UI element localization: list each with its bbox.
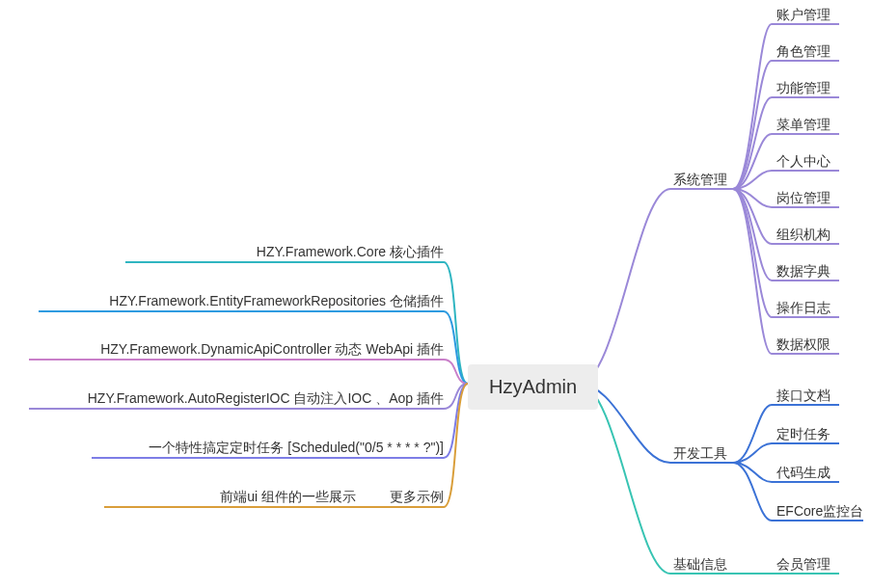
leaf-0-9: 数据权限 — [776, 336, 830, 354]
left-item-last: 前端ui 组件的一些展示 更多示例 — [220, 489, 444, 506]
center-node: HzyAdmin — [468, 364, 598, 410]
branch-label-0: 系统管理 — [673, 172, 727, 189]
left-item-3: HZY.Framework.AutoRegisterIOC 自动注入IOC 、A… — [88, 390, 444, 408]
leaf-2-0: 会员管理 — [776, 556, 830, 574]
left-item-1: HZY.Framework.EntityFrameworkRepositorie… — [109, 293, 444, 310]
leaf-0-1: 角色管理 — [776, 43, 830, 61]
leaf-1-2: 代码生成 — [776, 465, 830, 482]
left-item-4: 一个特性搞定定时任务 [Scheduled("0/5 * * * * ?")] — [149, 440, 444, 457]
left-item-0: HZY.Framework.Core 核心插件 — [257, 244, 444, 261]
leaf-0-4: 个人中心 — [776, 153, 830, 171]
leaf-0-0: 账户管理 — [776, 7, 830, 24]
leaf-1-0: 接口文档 — [776, 388, 830, 405]
branch-label-2: 基础信息 — [673, 556, 727, 574]
leaf-1-3: EFCore监控台 — [776, 503, 863, 521]
leaf-1-1: 定时任务 — [776, 426, 830, 443]
leaf-0-2: 功能管理 — [776, 80, 830, 97]
left-item-2: HZY.Framework.DynamicApiController 动态 We… — [100, 341, 444, 359]
leaf-0-6: 组织机构 — [776, 227, 830, 244]
left-item-last-text1: 前端ui 组件的一些展示 — [220, 489, 356, 504]
branch-label-1: 开发工具 — [673, 445, 727, 463]
leaf-0-5: 岗位管理 — [776, 190, 830, 207]
leaf-0-7: 数据字典 — [776, 263, 830, 281]
left-item-last-text2: 更多示例 — [390, 489, 444, 504]
leaf-0-8: 操作日志 — [776, 300, 830, 317]
leaf-0-3: 菜单管理 — [776, 117, 830, 134]
